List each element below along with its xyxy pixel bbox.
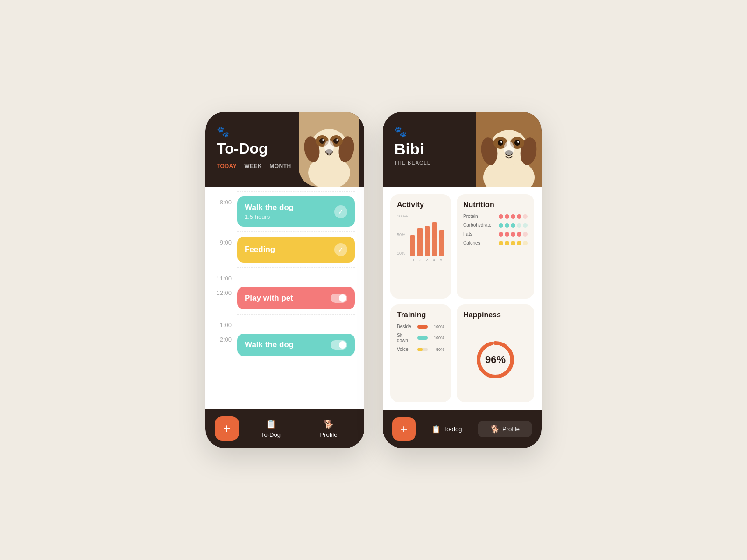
dot <box>523 223 528 228</box>
tab-week[interactable]: WEEK <box>244 163 262 169</box>
add-button-right[interactable]: + <box>392 417 416 441</box>
right-header: 🐾 Bibi THE BEAGLE <box>383 112 542 187</box>
dot <box>511 232 515 237</box>
nav-item-profile-right[interactable]: 🐕 Profile <box>478 421 532 437</box>
task-check-1[interactable]: ✓ <box>334 205 347 218</box>
time-row-1200: 12:00 Play with pet <box>215 282 355 314</box>
plus-icon-left: + <box>223 421 231 436</box>
time-content-1100 <box>237 267 355 281</box>
dot <box>505 214 509 219</box>
time-content-800: Walk the dog 1.5 hours ✓ <box>237 191 355 231</box>
right-bottom-nav: + 📋 To-dog 🐕 Profile <box>383 410 542 448</box>
task-walk-dog-2[interactable]: Walk the dog <box>237 334 355 356</box>
svg-point-10 <box>336 139 338 141</box>
sitdown-pct: 100% <box>431 336 444 340</box>
training-card: Training Beside 100% Sit down 100% Voice <box>390 304 451 402</box>
right-content: Activity 100% 50% 10% 1 2 3 <box>383 187 542 410</box>
dot <box>511 241 515 245</box>
x-label-5: 5 <box>437 258 444 262</box>
schedule-list: 8:00 Walk the dog 1.5 hours ✓ 9:00 <box>205 191 364 361</box>
svg-point-9 <box>322 139 324 141</box>
add-button-left[interactable]: + <box>215 416 239 441</box>
task-walk-dog-1[interactable]: Walk the dog 1.5 hours ✓ <box>237 196 355 227</box>
fats-label: Fats <box>463 231 496 237</box>
dot <box>517 223 521 228</box>
svg-point-7 <box>319 138 325 144</box>
time-row-200: 2:00 Walk the dog <box>215 329 355 361</box>
dot <box>505 232 509 237</box>
time-content-200: Walk the dog <box>237 329 355 361</box>
nav-item-profile-left[interactable]: 🐕 Profile <box>303 419 355 438</box>
right-phone: 🐾 Bibi THE BEAGLE Activity 100% 50% 10% <box>383 112 542 448</box>
bar-5 <box>439 230 444 256</box>
time-row-900: 9:00 Feeding ✓ <box>215 231 355 267</box>
beside-pct: 100% <box>431 324 444 329</box>
task-feeding[interactable]: Feeding ✓ <box>237 237 355 263</box>
dot <box>499 214 503 219</box>
task-info: Walk the dog 1.5 hours <box>245 203 294 220</box>
toggle-walk2[interactable] <box>331 340 347 350</box>
activity-title: Activity <box>397 201 444 209</box>
play-name: Play with pet <box>245 294 293 303</box>
fats-dots <box>499 232 528 237</box>
dot <box>505 223 509 228</box>
walk2-name: Walk the dog <box>245 340 294 350</box>
tab-today[interactable]: TODAY <box>217 163 237 169</box>
time-label-100: 1:00 <box>215 314 237 329</box>
happiness-circle: 96% <box>474 339 516 381</box>
bar-2 <box>417 228 423 256</box>
todog-icon-right: 📋 <box>431 425 441 434</box>
sitdown-bar-bg <box>417 336 428 340</box>
y-label-100: 100% <box>397 214 408 218</box>
bar-1 <box>410 235 415 256</box>
voice-pct: 50% <box>431 347 444 352</box>
protein-dots <box>499 214 528 219</box>
time-label-1200: 12:00 <box>215 282 237 296</box>
x-label-1: 1 <box>410 258 417 262</box>
voice-label: Voice <box>397 347 414 352</box>
profile-label-right: Profile <box>502 426 520 433</box>
dot <box>511 223 515 228</box>
dog-image-left <box>299 112 359 187</box>
training-row-sitdown: Sit down 100% <box>397 333 444 343</box>
plus-icon-right: + <box>400 422 407 436</box>
nav-item-todog[interactable]: 📋 To-Dog <box>245 419 297 438</box>
task-info-walk2: Walk the dog <box>245 340 294 350</box>
time-content-100 <box>237 314 355 328</box>
nutrition-row-fats: Fats <box>463 231 528 237</box>
task-sub: 1.5 hours <box>245 213 294 220</box>
nutrition-card: Nutrition Protein Carbohydrate <box>457 194 534 299</box>
voice-bar-fill <box>417 348 423 351</box>
task-name: Walk the dog <box>245 203 294 212</box>
training-title: Training <box>397 311 444 319</box>
bar-4 <box>432 222 437 256</box>
time-row-1100: 11:00 <box>215 267 355 282</box>
profile-label-left: Profile <box>320 431 338 438</box>
y-label-50: 50% <box>397 232 408 237</box>
dot <box>505 241 509 245</box>
checkmark-icon: ✓ <box>338 208 344 216</box>
task-info-play: Play with pet <box>245 294 293 303</box>
y-label-10: 10% <box>397 251 408 256</box>
time-label-900: 9:00 <box>215 231 237 246</box>
tab-month[interactable]: MONTH <box>269 163 291 169</box>
nutrition-row-protein: Protein <box>463 214 528 219</box>
checkmark-icon-2: ✓ <box>338 246 344 253</box>
schedule-content: 8:00 Walk the dog 1.5 hours ✓ 9:00 <box>205 187 364 409</box>
nutrition-title: Nutrition <box>463 201 528 209</box>
activity-card: Activity 100% 50% 10% 1 2 3 <box>390 194 451 299</box>
pet-name: Bibi <box>394 140 530 158</box>
task-play-pet[interactable]: Play with pet <box>237 287 355 309</box>
beside-label: Beside <box>397 324 414 329</box>
svg-point-8 <box>333 138 339 144</box>
nav-item-todog-right[interactable]: 📋 To-dog <box>419 421 474 437</box>
todog-label-right: To-dog <box>444 426 462 433</box>
activity-chart: 100% 50% 10% <box>397 214 444 256</box>
task-check-feeding[interactable]: ✓ <box>334 243 347 256</box>
dot <box>499 241 503 245</box>
toggle-play[interactable] <box>331 294 347 303</box>
dot <box>517 214 521 219</box>
dot <box>499 223 503 228</box>
pet-breed: THE BEAGLE <box>394 160 530 166</box>
bar-3 <box>425 226 430 256</box>
